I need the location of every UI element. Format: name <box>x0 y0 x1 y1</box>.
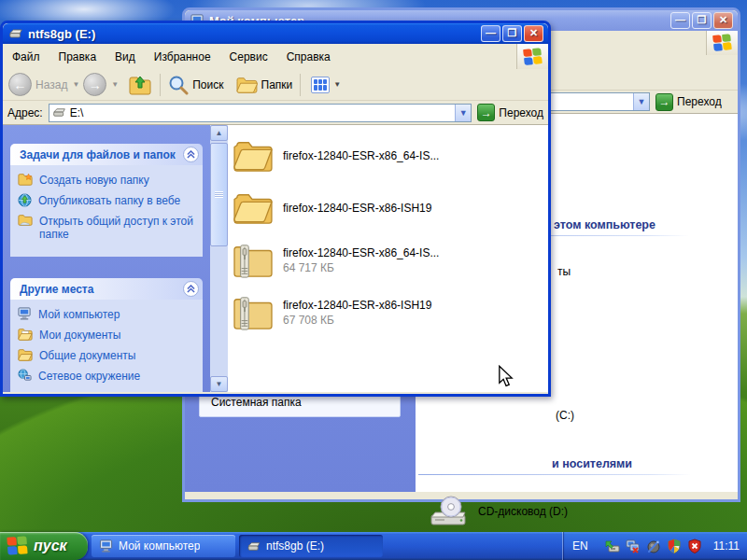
start-button[interactable]: пуск <box>0 532 88 560</box>
ntfs8gb-window[interactable]: ntfs8gb (E:) — ❐ ✕ Файл Правка Вид Избра… <box>0 21 551 397</box>
forward-button[interactable]: → ▼ <box>83 73 119 96</box>
views-button[interactable]: ▼ <box>308 75 344 95</box>
security-alert-icon[interactable] <box>687 539 702 553</box>
scroll-down-icon[interactable]: ▼ <box>210 376 228 392</box>
windows-flag-icon <box>523 48 543 66</box>
file-row-zip-1[interactable]: firefox-12840-ESR-x86_64-IS... 64 717 КБ <box>232 239 548 282</box>
panel-title: Другие места <box>20 283 93 296</box>
search-button[interactable]: Поиск <box>168 75 223 95</box>
scrollbar-track[interactable] <box>210 246 228 376</box>
menu-file[interactable]: Файл <box>3 49 49 65</box>
drive-icon <box>8 28 23 39</box>
file-name: firefox-12840-ESR-x86-ISH19 <box>283 299 431 312</box>
back-icon: ← <box>8 73 32 96</box>
address-label: Адрес: <box>7 106 43 119</box>
cd-drive-item[interactable]: CD-дисковод (D:) <box>426 495 568 534</box>
taskbar-clock[interactable]: 11:11 <box>713 539 740 553</box>
maximize-button[interactable]: ❐ <box>502 25 522 42</box>
removable-group-heading: и носителями <box>552 457 632 470</box>
system-tray: EN 11:11 <box>562 532 747 560</box>
create-folder-link[interactable]: Создать новую папку <box>18 173 197 187</box>
hard-drive-icon <box>247 541 261 552</box>
files-group-heading: этом компьютере <box>554 218 655 231</box>
window-titlebar[interactable]: ntfs8gb (E:) — ❐ ✕ <box>3 23 548 44</box>
zip-archive-icon <box>232 242 275 279</box>
documents-item-fragment[interactable]: ты <box>557 265 571 278</box>
taskbar-button-my-computer[interactable]: Мой компьютер <box>92 535 235 557</box>
toolbar: ← Назад ▼ → ▼ Поиск Пап <box>3 69 548 101</box>
task-pane: Задачи для файлов и папок Создать новую … <box>3 125 210 392</box>
scroll-up-icon[interactable]: ▲ <box>210 125 228 141</box>
safely-remove-hardware-icon[interactable] <box>605 539 620 553</box>
file-name: firefox-12840-ESR-x86_64-IS... <box>283 246 439 259</box>
menu-bar: Файл Правка Вид Избранное Сервис Справка <box>3 44 548 69</box>
address-bar: Адрес: E:\ ▼ → Переход <box>3 101 548 125</box>
my-computer-link[interactable]: Мой компьютер <box>18 307 197 321</box>
windows-logo <box>706 31 738 55</box>
new-folder-icon <box>18 173 33 186</box>
close-button[interactable]: ✕ <box>524 25 543 42</box>
taskbar: пуск Мой компьютер ntfs8gb (E:) EN 11:11 <box>0 532 747 560</box>
network-disconnected-icon[interactable] <box>626 539 641 553</box>
other-places-header[interactable]: Другие места <box>10 278 203 300</box>
network-icon <box>18 369 32 382</box>
network-places-link[interactable]: Сетевое окружение <box>18 369 197 383</box>
menu-edit[interactable]: Правка <box>49 49 106 65</box>
cd-drive-icon <box>426 495 471 534</box>
mouse-cursor <box>498 365 514 387</box>
up-folder-icon <box>128 74 152 96</box>
address-combo[interactable]: E:\ ▼ <box>49 104 472 122</box>
minimize-button[interactable]: — <box>481 25 500 42</box>
details-subtitle: Системная папка <box>211 396 400 409</box>
my-documents-icon <box>18 328 33 341</box>
back-button[interactable]: ← Назад ▼ <box>8 73 79 96</box>
task-pane-scrollbar[interactable]: ▲ ▼ <box>210 125 228 392</box>
back-label: Назад <box>35 78 67 91</box>
publish-folder-link[interactable]: Опубликовать папку в вебе <box>18 193 197 207</box>
collapse-chevron-icon[interactable] <box>183 147 199 162</box>
minimize-button[interactable]: — <box>670 12 690 29</box>
file-row-folder-1[interactable]: firefox-12840-ESR-x86_64-IS... <box>232 134 548 177</box>
security-center-icon[interactable] <box>667 539 682 553</box>
my-documents-link[interactable]: Мои документы <box>18 328 197 342</box>
file-list: firefox-12840-ESR-x86_64-IS... firefox-1… <box>228 125 548 392</box>
file-row-zip-2[interactable]: firefox-12840-ESR-x86-ISH19 67 708 КБ <box>232 291 548 334</box>
menu-view[interactable]: Вид <box>106 49 145 65</box>
file-tasks-header[interactable]: Задачи для файлов и папок <box>10 144 203 165</box>
file-size: 64 717 КБ <box>283 261 439 274</box>
my-computer-icon <box>18 307 32 320</box>
panel-title: Задачи для файлов и папок <box>20 148 176 161</box>
go-arrow-icon: → <box>655 93 673 111</box>
menu-tools[interactable]: Сервис <box>220 49 277 65</box>
link-label: Мои документы <box>39 328 120 342</box>
language-indicator[interactable]: EN <box>572 539 588 553</box>
folders-icon <box>235 76 258 94</box>
windows-logo <box>516 44 548 69</box>
up-button[interactable] <box>128 74 152 96</box>
menu-help[interactable]: Справка <box>277 49 340 65</box>
go-button[interactable]: → Переход <box>655 93 722 111</box>
collapse-chevron-icon[interactable] <box>183 281 199 297</box>
chevron-down-icon[interactable]: ▼ <box>633 93 649 110</box>
go-button[interactable]: → Переход <box>477 104 543 121</box>
file-row-folder-2[interactable]: firefox-12840-ESR-x86-ISH19 <box>232 187 548 230</box>
volume-icon[interactable] <box>646 539 661 553</box>
maximize-button[interactable]: ❐ <box>692 12 712 29</box>
taskbar-button-ntfs8gb[interactable]: ntfs8gb (E:) <box>239 535 383 557</box>
chevron-down-icon[interactable]: ▼ <box>455 105 471 121</box>
local-disk-item-fragment[interactable]: (C:) <box>556 409 574 422</box>
scrollbar-thumb[interactable] <box>210 143 228 246</box>
address-value: E:\ <box>70 106 84 119</box>
folders-button[interactable]: Папки <box>235 76 293 94</box>
close-button[interactable]: ✕ <box>713 12 733 29</box>
link-label: Создать новую папку <box>39 173 149 187</box>
shared-documents-link[interactable]: Общие документы <box>18 348 197 362</box>
shared-documents-icon <box>18 348 33 361</box>
toolbar-separator <box>300 74 301 96</box>
publish-web-icon <box>18 193 32 207</box>
share-folder-link[interactable]: Открыть общий доступ к этой папке <box>18 214 197 241</box>
start-label: пуск <box>34 538 67 554</box>
link-label: Открыть общий доступ к этой папке <box>39 214 197 241</box>
search-icon <box>168 75 189 95</box>
menu-favorites[interactable]: Избранное <box>145 49 220 65</box>
